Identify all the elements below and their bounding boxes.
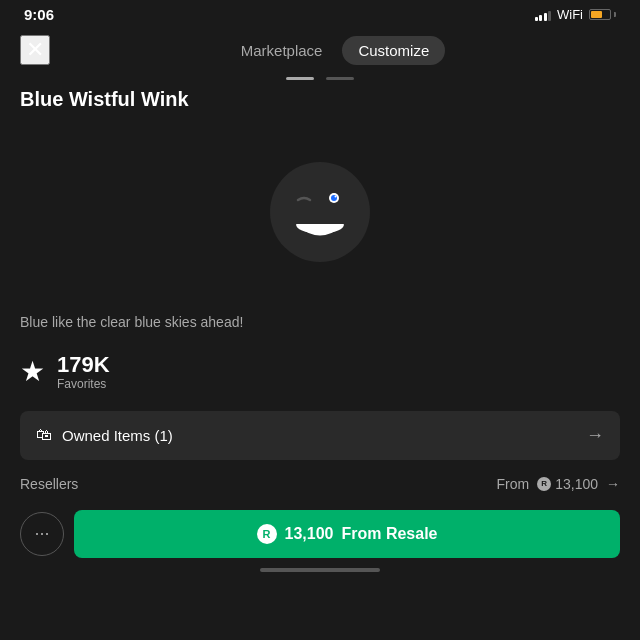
star-icon: ★ — [20, 355, 45, 388]
status-time: 9:06 — [24, 6, 54, 23]
item-description: Blue like the clear blue skies ahead! — [20, 313, 620, 333]
avatar-area — [20, 127, 620, 297]
wifi-icon: WiFi — [557, 7, 583, 22]
bottom-bar: ··· R 13,100 From Resale — [0, 510, 640, 558]
battery-icon — [589, 9, 616, 20]
robux-icon: R — [537, 477, 551, 491]
item-title: Blue Wistful Wink — [20, 88, 620, 111]
resellers-arrow-icon: → — [606, 476, 620, 492]
scroll-indicators — [0, 77, 640, 80]
svg-point-0 — [270, 162, 370, 262]
signal-icon — [535, 9, 552, 21]
tab-customize[interactable]: Customize — [342, 36, 445, 65]
resellers-label: Resellers — [20, 476, 78, 492]
svg-point-3 — [335, 196, 337, 198]
indicator-dot-1 — [286, 77, 314, 80]
resellers-from-label: From — [497, 476, 530, 492]
tab-marketplace[interactable]: Marketplace — [225, 36, 339, 65]
status-bar: 9:06 WiFi — [0, 0, 640, 27]
top-nav: ✕ Marketplace Customize — [0, 27, 640, 77]
face-svg — [260, 152, 380, 272]
buy-price: 13,100 — [285, 525, 334, 543]
more-options-button[interactable]: ··· — [20, 512, 64, 556]
favorites-label: Favorites — [57, 377, 110, 391]
favorites-count: 179K — [57, 353, 110, 377]
status-icons: WiFi — [535, 7, 617, 22]
owned-left: 🛍 Owned Items (1) — [36, 426, 173, 444]
owned-items-text: Owned Items (1) — [62, 427, 173, 444]
resellers-row: Resellers From R 13,100 → — [20, 476, 620, 492]
bag-icon: 🛍 — [36, 426, 52, 444]
buy-label-text: From Resale — [341, 525, 437, 543]
indicator-dot-2 — [326, 77, 354, 80]
close-icon: ✕ — [26, 39, 44, 61]
owned-items-button[interactable]: 🛍 Owned Items (1) → — [20, 411, 620, 460]
resellers-price[interactable]: From R 13,100 → — [497, 476, 621, 492]
main-content: Blue Wistful Wink Blue like the clear bl… — [0, 88, 640, 492]
resellers-price-value: 13,100 — [555, 476, 598, 492]
close-button[interactable]: ✕ — [20, 35, 50, 65]
robux-circle-icon: R — [257, 524, 277, 544]
more-options-icon: ··· — [34, 523, 49, 544]
buy-button[interactable]: R 13,100 From Resale — [74, 510, 620, 558]
tabs-container: Marketplace Customize — [225, 36, 446, 65]
home-indicator — [0, 558, 640, 576]
favorites-row: ★ 179K Favorites — [20, 353, 620, 391]
owned-arrow-icon: → — [586, 425, 604, 446]
home-bar — [260, 568, 380, 572]
favorites-info: 179K Favorites — [57, 353, 110, 391]
